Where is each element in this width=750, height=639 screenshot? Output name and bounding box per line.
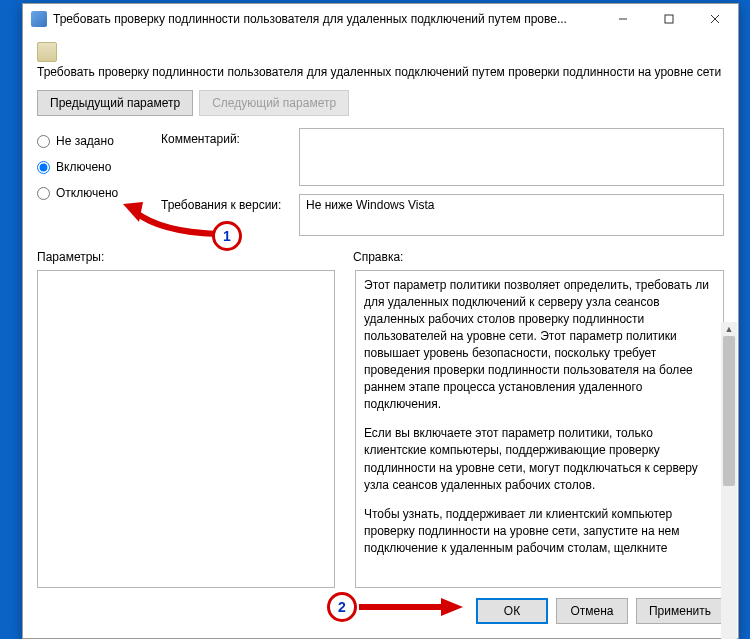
radio-not-configured[interactable]: Не задано <box>37 134 147 148</box>
apply-button[interactable]: Применить <box>636 598 724 624</box>
version-label: Требования к версии: <box>161 194 291 212</box>
comment-row: Комментарий: <box>161 128 724 186</box>
options-label: Параметры: <box>37 250 333 264</box>
prev-setting-button[interactable]: Предыдущий параметр <box>37 90 193 116</box>
version-value: Не ниже Windows Vista <box>306 198 435 212</box>
annotation-badge-2: 2 <box>327 592 357 622</box>
radio-enabled[interactable]: Включено <box>37 160 147 174</box>
system-buttons <box>600 4 738 34</box>
cancel-button[interactable]: Отмена <box>556 598 628 624</box>
svg-rect-1 <box>665 15 673 23</box>
minimize-button[interactable] <box>600 4 646 34</box>
svg-marker-5 <box>441 598 463 616</box>
radio-enabled-label: Включено <box>56 160 111 174</box>
version-row: Требования к версии: Не ниже Windows Vis… <box>161 194 724 236</box>
policy-book-icon <box>37 42 57 62</box>
radio-disabled-label: Отключено <box>56 186 118 200</box>
split-panes: Этот параметр политики позволяет определ… <box>37 270 724 588</box>
help-pane[interactable]: Этот параметр политики позволяет определ… <box>355 270 724 588</box>
state-radio-group: Не задано Включено Отключено <box>37 128 147 200</box>
gpedit-policy-icon <box>31 11 47 27</box>
annotation-arrow-2-icon <box>355 596 465 618</box>
split-labels: Параметры: Справка: <box>37 250 724 264</box>
version-readonly: Не ниже Windows Vista <box>299 194 724 236</box>
help-paragraph: Этот параметр политики позволяет определ… <box>364 277 715 413</box>
scroll-thumb[interactable] <box>723 336 735 486</box>
radio-disabled[interactable]: Отключено <box>37 186 147 200</box>
content-area: Требовать проверку подлинности пользоват… <box>23 34 738 638</box>
config-row: Не задано Включено Отключено Комментарий… <box>37 128 724 236</box>
fields-column: Комментарий: Требования к версии: Не ниж… <box>161 128 724 236</box>
radio-disabled-input[interactable] <box>37 187 50 200</box>
ok-button[interactable]: ОК <box>476 598 548 624</box>
close-button[interactable] <box>692 4 738 34</box>
policy-title: Требовать проверку подлинности пользоват… <box>37 64 724 80</box>
window-title: Требовать проверку подлинности пользоват… <box>53 12 600 26</box>
button-row: ОК Отмена Применить 2 <box>37 588 724 624</box>
maximize-button[interactable] <box>646 4 692 34</box>
radio-enabled-input[interactable] <box>37 161 50 174</box>
nav-row: Предыдущий параметр Следующий параметр <box>37 90 724 116</box>
scroll-up-icon[interactable]: ▲ <box>721 322 737 336</box>
options-pane[interactable] <box>37 270 335 588</box>
titlebar[interactable]: Требовать проверку подлинности пользоват… <box>23 4 738 34</box>
next-setting-button: Следующий параметр <box>199 90 349 116</box>
radio-not-configured-input[interactable] <box>37 135 50 148</box>
dialog-window: Требовать проверку подлинности пользоват… <box>22 3 739 639</box>
help-paragraph: Чтобы узнать, поддерживает ли клиентский… <box>364 506 715 557</box>
help-label: Справка: <box>333 250 724 264</box>
outer-scrollbar[interactable]: ▲ ▼ <box>721 322 737 639</box>
comment-label: Комментарий: <box>161 128 291 146</box>
radio-not-configured-label: Не задано <box>56 134 114 148</box>
help-paragraph: Если вы включаете этот параметр политики… <box>364 425 715 493</box>
comment-textarea[interactable] <box>299 128 724 186</box>
